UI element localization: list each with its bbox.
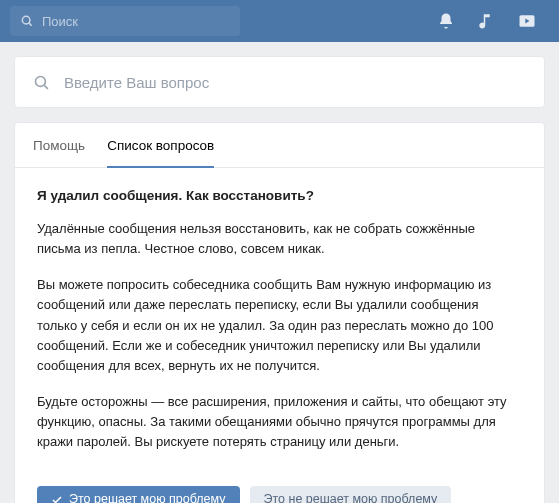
article-paragraph: Будьте осторожны — все расширения, прило… xyxy=(37,392,522,452)
notifications-icon[interactable] xyxy=(437,12,455,30)
article-title: Я удалил сообщения. Как восстановить? xyxy=(37,188,522,203)
svg-line-4 xyxy=(44,85,48,89)
not-solves-button[interactable]: Это не решает мою проблему xyxy=(250,486,452,503)
svg-point-0 xyxy=(22,16,30,24)
article-paragraph: Вы можете попросить собеседника сообщить… xyxy=(37,275,522,376)
help-search-card xyxy=(14,56,545,108)
search-icon xyxy=(20,14,34,28)
music-icon[interactable] xyxy=(477,12,495,30)
article-paragraph: Удалённые сообщения нельзя восстановить,… xyxy=(37,219,522,259)
not-solves-button-label: Это не решает мою проблему xyxy=(264,493,438,503)
topbar-search[interactable] xyxy=(10,6,240,36)
tab-questions[interactable]: Список вопросов xyxy=(107,123,214,168)
topbar-icons xyxy=(437,11,549,31)
topbar-search-input[interactable] xyxy=(42,14,230,29)
article: Я удалил сообщения. Как восстановить? Уд… xyxy=(15,168,544,486)
search-icon xyxy=(33,74,50,91)
actions: Это решает мою проблему Это не решает мо… xyxy=(15,486,544,503)
solves-button-label: Это решает мою проблему xyxy=(69,493,226,503)
svg-line-1 xyxy=(29,23,32,26)
tabs: Помощь Список вопросов xyxy=(15,123,544,168)
help-search-input[interactable] xyxy=(64,74,526,91)
check-icon xyxy=(51,494,63,503)
tab-help[interactable]: Помощь xyxy=(33,123,85,168)
content-card: Помощь Список вопросов Я удалил сообщени… xyxy=(14,122,545,503)
svg-point-3 xyxy=(35,76,45,86)
topbar xyxy=(0,0,559,42)
video-icon[interactable] xyxy=(517,11,537,31)
solves-button[interactable]: Это решает мою проблему xyxy=(37,486,240,503)
page: Помощь Список вопросов Я удалил сообщени… xyxy=(0,42,559,503)
